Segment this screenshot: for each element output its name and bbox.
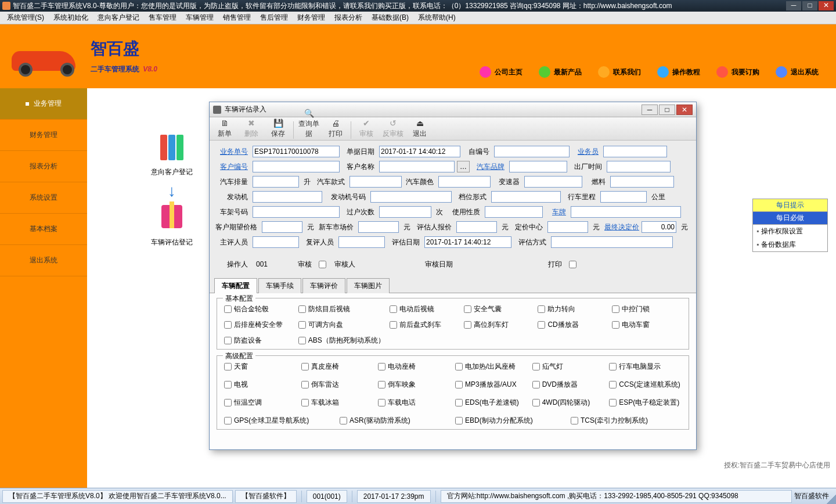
checkbox-adv-grid2-0[interactable]: [224, 381, 232, 388]
check-basic-grid-3[interactable]: 安全气囊: [464, 304, 534, 314]
checkbox-basic-grid-9[interactable]: [464, 321, 471, 329]
engine-input[interactable]: [253, 191, 322, 203]
cust-name-input[interactable]: [379, 161, 455, 172]
checkbox-adv-grid1-3[interactable]: [455, 363, 463, 370]
checkbox-adv-grid4-1[interactable]: [340, 417, 347, 424]
expect-price-input[interactable]: [262, 221, 302, 233]
vin-input[interactable]: [253, 206, 340, 218]
tab-3[interactable]: 车辆图片: [347, 278, 390, 293]
check-adv-grid2-1[interactable]: 倒车雷达: [301, 380, 374, 390]
check-adv-grid2-3[interactable]: MP3播放器/AUX: [455, 380, 528, 390]
evaluation-icon[interactable]: [157, 205, 186, 234]
gearbox-input[interactable]: [524, 176, 582, 188]
checkbox-basic-grid-6[interactable]: [224, 321, 232, 329]
check-adv-grid4-1[interactable]: ASR(驱动防滑系统): [340, 416, 451, 426]
final-price-input[interactable]: [642, 221, 676, 233]
check-basic-grid-9[interactable]: 高位刹车灯: [464, 320, 534, 330]
brand-input[interactable]: [509, 161, 567, 172]
check-basic-grid-1[interactable]: 防炫目后视镜: [298, 304, 385, 314]
clerk-label[interactable]: 业务员: [572, 147, 601, 157]
appraise-date-input[interactable]: [424, 236, 511, 248]
check-adv-grid2-4[interactable]: DVD播放器: [532, 380, 605, 390]
check-adv-grid3-5[interactable]: ESP(电子稳定装置): [609, 398, 682, 408]
transfer-input[interactable]: [379, 206, 431, 218]
toolbar-查询单据[interactable]: 🔍查询单据: [296, 109, 322, 139]
re-appraiser-input[interactable]: [338, 236, 385, 248]
checkbox-adv-grid2-3[interactable]: [455, 381, 463, 388]
cust-no-input[interactable]: [253, 161, 340, 172]
menu-item-7[interactable]: 财务管理: [293, 13, 330, 23]
header-nav-4[interactable]: 我要订购: [716, 66, 759, 78]
checkbox-adv-grid1-5[interactable]: [609, 363, 617, 370]
checkbox-basic-grid-13[interactable]: [298, 337, 306, 344]
check-basic-grid-4[interactable]: 助力转向: [538, 304, 607, 314]
tab-2[interactable]: 车辆评价: [302, 278, 345, 293]
checkbox-adv-grid1-1[interactable]: [301, 363, 309, 370]
dialog-close-button[interactable]: ✕: [676, 105, 693, 115]
market-price-input[interactable]: [358, 221, 399, 233]
check-adv-grid3-0[interactable]: 恒温空调: [224, 398, 297, 408]
header-nav-2[interactable]: 联系我们: [598, 66, 641, 78]
menu-item-10[interactable]: 系统帮助(H): [413, 13, 460, 23]
check-adv-grid3-1[interactable]: 车载冰箱: [301, 398, 374, 408]
task-item-user[interactable]: 001(001): [307, 490, 347, 503]
style-input[interactable]: [349, 176, 402, 188]
check-adv-grid1-2[interactable]: 电动座椅: [378, 362, 451, 372]
check-adv-grid2-5[interactable]: CCS(定速巡航系统): [609, 380, 682, 390]
check-adv-grid1-0[interactable]: 天窗: [224, 362, 297, 372]
fuel-input[interactable]: [610, 176, 674, 188]
checkbox-basic-grid-2[interactable]: [390, 305, 397, 313]
sidebar-item-1[interactable]: 财务管理: [0, 120, 87, 151]
menu-item-4[interactable]: 车辆管理: [181, 13, 218, 23]
checkbox-adv-grid3-5[interactable]: [609, 399, 617, 406]
check-basic-grid-6[interactable]: 后排座椅安全带: [224, 320, 294, 330]
check-basic-grid-12[interactable]: 防盗设备: [224, 336, 294, 345]
checkbox-adv-grid1-2[interactable]: [378, 363, 385, 370]
tab-1[interactable]: 车辆手续: [258, 278, 301, 293]
menu-item-9[interactable]: 基础数据(B): [367, 13, 413, 23]
print-checkbox[interactable]: [569, 261, 576, 268]
check-adv-grid3-3[interactable]: EDS(电子差速锁): [455, 398, 528, 408]
checkbox-adv-grid3-3[interactable]: [455, 399, 463, 406]
checkbox-basic-grid-0[interactable]: [224, 305, 232, 313]
checkbox-basic-grid-4[interactable]: [538, 305, 545, 313]
task-item-app[interactable]: 【智百盛二手车管理系统V8.0】 欢迎使用智百盛二手车管理系统V8.0...: [2, 490, 233, 503]
checkbox-adv-grid4-0[interactable]: [224, 417, 232, 424]
toolbar-退出[interactable]: ⏏退出: [407, 118, 433, 139]
checkbox-basic-grid-5[interactable]: [612, 305, 619, 313]
sidebar-item-4[interactable]: 基本档案: [0, 214, 87, 245]
dialog-maximize-button[interactable]: □: [659, 105, 675, 115]
menu-item-3[interactable]: 售车管理: [144, 13, 181, 23]
header-nav-3[interactable]: 操作教程: [657, 66, 700, 78]
bill-date-input[interactable]: [379, 146, 460, 157]
sidebar-item-0[interactable]: 业务管理: [0, 88, 87, 120]
check-basic-grid-10[interactable]: CD播放器: [538, 320, 607, 330]
cust-no-label[interactable]: 客户编号: [215, 162, 250, 172]
checkbox-adv-grid1-4[interactable]: [532, 363, 540, 370]
checkbox-adv-grid3-4[interactable]: [532, 399, 540, 406]
task-item-brand[interactable]: 【智百盛软件】: [235, 490, 297, 503]
check-adv-grid2-0[interactable]: 电视: [224, 380, 297, 390]
check-basic-grid-0[interactable]: 铝合金轮毂: [224, 304, 294, 314]
checkbox-basic-grid-11[interactable]: [612, 321, 619, 329]
minimize-button[interactable]: ─: [786, 1, 801, 10]
registration-icon[interactable]: [157, 135, 186, 164]
checkbox-adv-grid2-2[interactable]: [378, 381, 385, 388]
check-adv-grid3-2[interactable]: 车载电话: [378, 398, 451, 408]
check-basic-grid-8[interactable]: 前后盘式刹车: [390, 320, 459, 330]
color-input[interactable]: [438, 176, 491, 188]
checkbox-adv-grid2-5[interactable]: [609, 381, 617, 388]
out-time-input[interactable]: [607, 161, 671, 172]
checkbox-adv-grid1-0[interactable]: [224, 363, 232, 370]
check-adv-grid4-0[interactable]: GPS(全球卫星导航系统): [224, 416, 335, 426]
header-nav-0[interactable]: 公司主页: [480, 66, 522, 78]
checkbox-adv-grid4-2[interactable]: [455, 417, 463, 424]
check-basic-grid-7[interactable]: 可调方向盘: [298, 320, 385, 330]
check-adv-grid1-1[interactable]: 真皮座椅: [301, 362, 374, 372]
cust-lookup-button[interactable]: …: [457, 161, 470, 172]
appraise-method-input[interactable]: [551, 236, 673, 248]
checkbox-adv-grid3-1[interactable]: [301, 399, 309, 406]
plate-input[interactable]: [571, 206, 681, 218]
menu-item-2[interactable]: 意向客户登记: [93, 13, 144, 23]
check-adv-grid1-4[interactable]: 疝气灯: [532, 362, 605, 372]
